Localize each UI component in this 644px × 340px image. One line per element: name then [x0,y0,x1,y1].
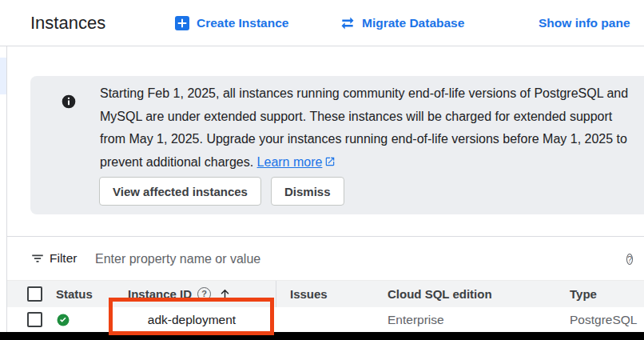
page-title: Instances [30,0,105,46]
banner-actions: View affected instances Dismiss [99,177,344,206]
table-header-row: Status Instance ID ? Issues Cloud SQL ed… [7,280,644,308]
swap-arrows-icon [340,15,356,31]
show-info-pane-label: Show info pane [539,16,630,30]
page-toolbar: Instances Create Instance Migrate Databa… [0,0,644,46]
info-icon [61,94,77,110]
sort-ascending-icon[interactable] [218,287,232,301]
filter-help-icon[interactable]: ? [626,251,633,266]
edition-cell: Enterprise [388,307,444,332]
show-info-pane-button[interactable]: Show info pane [539,0,630,46]
column-header-issues[interactable]: Issues [290,281,328,307]
create-instance-label: Create Instance [197,16,288,30]
eol-notice-banner: Starting Feb 1, 2025, all instances runn… [30,76,644,214]
filter-input[interactable] [93,246,544,272]
dismiss-button[interactable]: Dismiss [271,177,344,206]
cloud-sql-instances-page: Instances Create Instance Migrate Databa… [0,0,644,340]
column-header-instance-id[interactable]: Instance ID ? [128,281,232,307]
create-instance-button[interactable]: Create Instance [174,0,288,46]
banner-line-1: Starting Feb 1, 2025, all instances runn… [100,82,628,106]
table-row[interactable]: adk-deployment Enterprise PostgreSQL [7,307,644,332]
select-all-checkbox[interactable] [27,281,42,307]
left-nav-selected-indicator [0,58,6,94]
instance-id-link[interactable]: adk-deployment [109,307,274,332]
filter-bar: Filter ? [7,236,644,280]
learn-more-link[interactable]: Learn more [257,155,323,169]
column-separator [276,281,276,307]
banner-message: Starting Feb 1, 2025, all instances runn… [100,82,628,174]
bottom-black-bar [0,332,644,340]
column-header-type[interactable]: Type [570,281,597,307]
instance-id-help-icon[interactable]: ? [197,287,211,301]
column-header-status[interactable]: Status [56,281,93,307]
status-ok-icon [56,307,70,332]
banner-line-3: from May 1, 2025. Upgrade your instances… [100,128,628,151]
filter-icon [30,251,45,269]
instance-id-header-label: Instance ID [128,287,192,301]
row-checkbox[interactable] [27,307,42,332]
plus-icon [174,15,190,31]
banner-line-4: prevent additional charges. Learn more [100,151,628,175]
open-in-new-icon [324,152,336,175]
migrate-database-button[interactable]: Migrate Database [340,0,464,46]
type-cell: PostgreSQL [570,307,637,332]
banner-line-4-text: prevent additional charges. [100,155,253,169]
view-affected-instances-button[interactable]: View affected instances [99,177,261,206]
banner-line-2: MySQL are under extended support. These … [100,106,628,129]
filter-label[interactable]: Filter [50,237,77,280]
column-header-edition[interactable]: Cloud SQL edition [388,281,492,307]
migrate-database-label: Migrate Database [362,16,464,30]
